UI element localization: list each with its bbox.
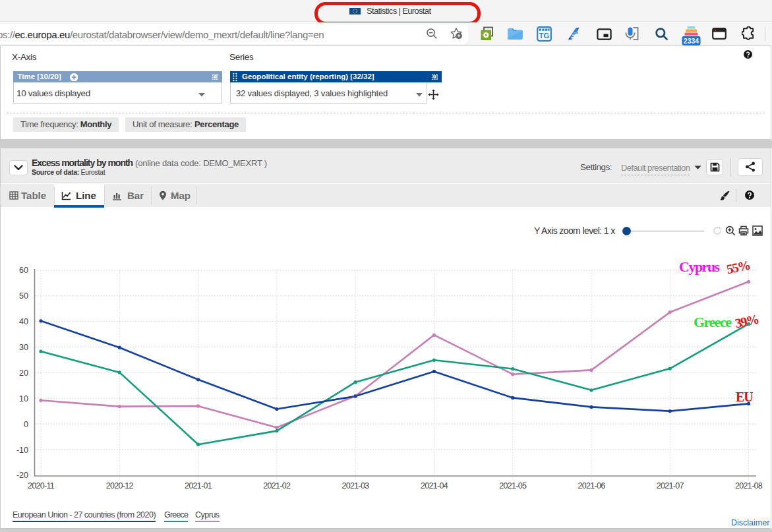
svg-text:2020-11: 2020-11 [28, 481, 55, 490]
svg-text:2021-08: 2021-08 [735, 481, 763, 490]
svg-text:2021-06: 2021-06 [578, 481, 606, 490]
svg-text:40: 40 [19, 317, 28, 326]
svg-text:2021-02: 2021-02 [263, 481, 291, 490]
svg-text:0: 0 [24, 420, 28, 429]
svg-text:30: 30 [19, 343, 28, 352]
svg-text:60: 60 [19, 266, 28, 275]
svg-text:10: 10 [19, 394, 28, 403]
svg-text:2021-05: 2021-05 [499, 481, 527, 490]
svg-text:2021-03: 2021-03 [342, 481, 370, 490]
svg-text:2020-12: 2020-12 [106, 481, 134, 490]
svg-text:20: 20 [19, 369, 28, 378]
svg-text:-10: -10 [16, 446, 28, 455]
svg-text:-20: -20 [16, 471, 28, 480]
svg-text:2021-04: 2021-04 [421, 481, 448, 490]
svg-text:50: 50 [19, 291, 28, 301]
svg-text:2021-01: 2021-01 [185, 481, 212, 490]
svg-text:TG: TG [539, 32, 549, 40]
svg-text:2334: 2334 [684, 37, 699, 45]
svg-text:2021-07: 2021-07 [657, 481, 684, 490]
